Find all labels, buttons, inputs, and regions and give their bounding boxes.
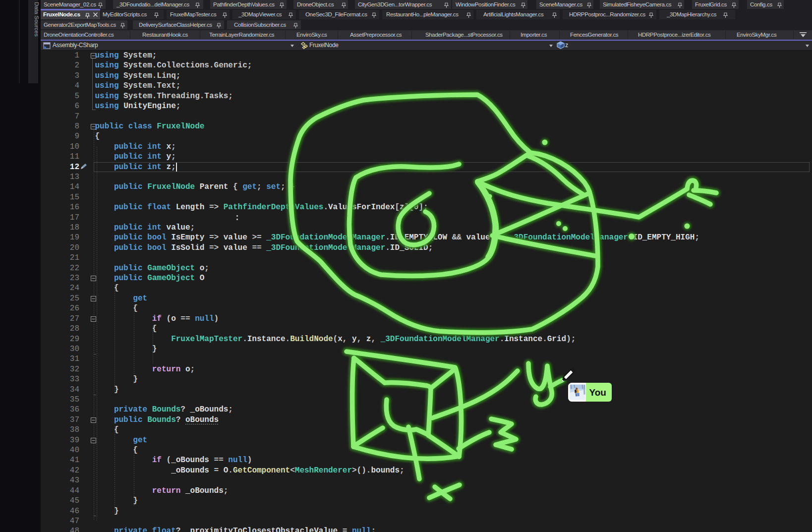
svg-text:You: You [589,387,606,398]
